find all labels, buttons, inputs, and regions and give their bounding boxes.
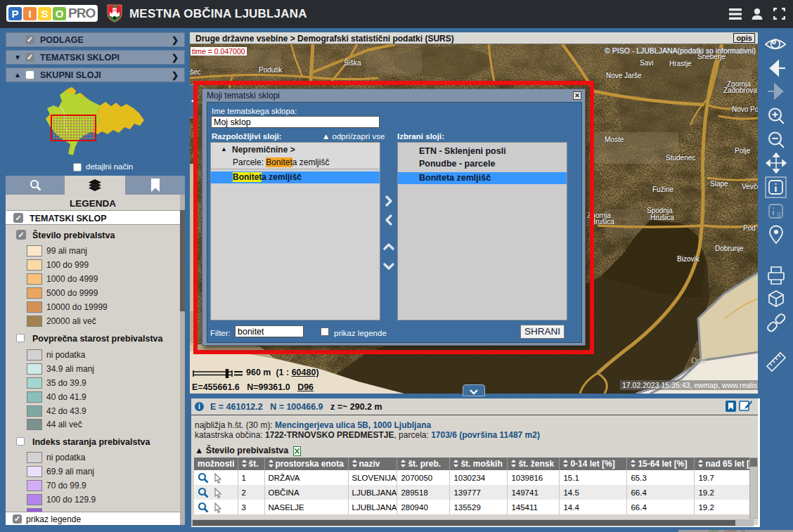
- svg-text:g: g: [777, 210, 781, 218]
